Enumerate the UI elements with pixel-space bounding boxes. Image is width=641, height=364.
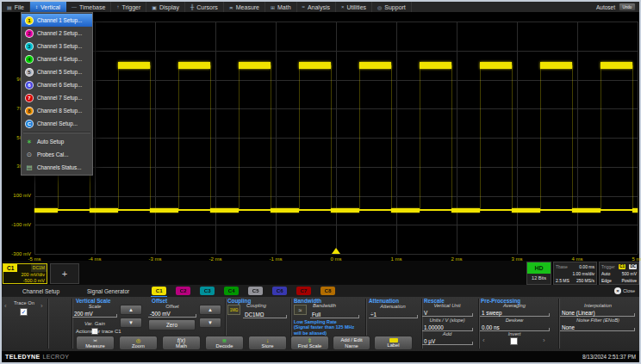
- channel-number-badge-icon: 4: [25, 55, 34, 64]
- scale-field[interactable]: 200 mV: [72, 310, 116, 318]
- undo-autoset-button[interactable]: Undo: [619, 3, 636, 11]
- averaging-field[interactable]: 1 sweep: [480, 309, 549, 317]
- menu-measure-label: Measure: [236, 4, 259, 10]
- menu-bar: ▤File ↕Vertical —Timebase ↑Trigger ▣Disp…: [2, 2, 639, 12]
- offset-increase-button[interactable]: ▲: [199, 305, 221, 315]
- channel-tab-chip[interactable]: C1: [152, 287, 166, 295]
- attenuation-field[interactable]: ÷1: [369, 311, 417, 318]
- menu-trigger-label: Trigger: [121, 4, 140, 10]
- menu-timebase[interactable]: —Timebase: [66, 2, 111, 12]
- timebase-title: Tbase: [556, 263, 568, 270]
- menu-vertical[interactable]: ↕Vertical: [30, 2, 66, 12]
- channel-setup-menu-item[interactable]: 2 Channel 2 Setup...: [22, 27, 92, 40]
- menu-analysis[interactable]: ≈Analysis: [297, 2, 336, 12]
- add-offset-field[interactable]: 0 µV: [422, 337, 472, 345]
- sample-rate: 250 MS/s: [576, 277, 594, 284]
- offset-decrease-button[interactable]: ▼: [199, 318, 221, 328]
- menu-file[interactable]: ▤File: [2, 2, 30, 12]
- channel-setup-menu-item[interactable]: 6 Channel 6 Setup...: [22, 78, 92, 91]
- channel-tab-chip[interactable]: C8: [320, 287, 335, 295]
- units-per-volt-field[interactable]: 1.00000: [422, 324, 472, 331]
- bandwidth-field[interactable]: Full: [310, 311, 358, 318]
- vertical-tool-menu-item[interactable]: ▤ Channels Status...: [22, 161, 92, 174]
- acquisition-mode-box[interactable]: HD 12 Bits: [526, 262, 551, 285]
- deskew-field[interactable]: 0.00 ns: [480, 324, 549, 331]
- scale-decrease-button[interactable]: ▼: [120, 318, 142, 328]
- menu-math[interactable]: ⊞Math: [265, 2, 297, 12]
- decode-action-button[interactable]: ≣Decode: [205, 336, 244, 350]
- find-scale-action-button[interactable]: ⇕Find Scale: [290, 336, 329, 350]
- waveform-grid-area: [2, 12, 639, 262]
- menu-item-label: Channel 5 Setup...: [37, 69, 82, 75]
- attenuation-header: Attenuation: [369, 298, 399, 304]
- menu-file-label: File: [15, 4, 24, 10]
- timebase-summary-box[interactable]: Tbase0.00 ms 1.00 ms/div 2.5 MS250 MS/s: [553, 262, 597, 285]
- sample-count: 2.5 MS: [556, 277, 569, 284]
- menu-measure[interactable]: ≍Measure: [224, 2, 265, 12]
- noise-filter-field[interactable]: None: [560, 324, 634, 331]
- interpolation-field[interactable]: None (Linear): [560, 309, 634, 317]
- channel-tab-chip[interactable]: C2: [176, 287, 190, 295]
- channel-setup-menu-item[interactable]: 1 Channel 1 Setup...: [22, 14, 92, 27]
- vertical-unit-field[interactable]: V: [422, 309, 472, 317]
- zoom-action-button[interactable]: ◎Zoom: [119, 336, 158, 350]
- offset-field[interactable]: -500 mV: [148, 310, 196, 318]
- coupling-impedance-icon: 1MΩ: [227, 305, 240, 315]
- measure-action-button[interactable]: ≍Measure: [76, 336, 115, 350]
- channel-setup-menu-item[interactable]: 8 Channel 8 Setup...: [22, 104, 92, 117]
- channel-tab-chip[interactable]: C5: [248, 287, 263, 295]
- tab-signal-generator[interactable]: Signal Generator: [84, 288, 133, 294]
- deskew-label: Deskew: [480, 318, 549, 323]
- coupling-field[interactable]: DC1MΩ: [243, 311, 286, 318]
- add-edit-name-button[interactable]: Add / EditName: [333, 336, 370, 350]
- find-scale-button-label: Find Scale: [298, 343, 321, 349]
- brand-lecroy: LECROY: [43, 354, 70, 360]
- zero-offset-button[interactable]: Zero: [148, 319, 196, 330]
- invert-checkbox[interactable]: [510, 337, 518, 345]
- preprocessing-next-arrow[interactable]: ›: [543, 337, 545, 344]
- add-edit-name-line2: Name: [345, 343, 358, 349]
- scale-increase-button[interactable]: ▲: [120, 305, 142, 315]
- add-offset-label: Add: [422, 331, 472, 336]
- vertical-tool-menu-item[interactable]: ∗ Auto Setup: [22, 135, 92, 148]
- math-action-button[interactable]: f(x)Math: [162, 336, 201, 350]
- brand-teledyne: TELEDYNE: [5, 354, 40, 360]
- channel-setup-menu-item[interactable]: 5 Channel 5 Setup...: [22, 65, 92, 78]
- add-trace-button[interactable]: +: [50, 263, 79, 284]
- offset-label: Offset: [148, 304, 196, 309]
- datetime-display: 8/13/2024 2:51:37 PM: [582, 354, 636, 360]
- trace-on-checkbox[interactable]: ✓: [20, 308, 28, 316]
- trace-descriptor-c1[interactable]: C1 DC1M 200 mV/div -500.0 mV: [3, 263, 47, 284]
- preprocessing-prev-arrow[interactable]: ‹: [482, 337, 485, 344]
- menu-utilities[interactable]: ×Utilities: [336, 2, 372, 12]
- invert-label: Invert: [480, 331, 549, 336]
- zoom-button-label: Zoom: [132, 343, 145, 349]
- timebase-scale: 1.00 ms/div: [572, 270, 594, 277]
- menu-cursors[interactable]: ╫Cursors: [185, 2, 224, 12]
- menu-vertical-label: Vertical: [40, 4, 60, 10]
- channel-tab-chip[interactable]: C6: [272, 287, 287, 295]
- actions-for-trace-label: Actions for trace C1: [76, 329, 121, 334]
- autoset-label[interactable]: Autoset: [596, 4, 615, 10]
- channel-setup-menu-item[interactable]: 3 Channel 3 Setup...: [22, 40, 92, 52]
- menu-trigger[interactable]: ↑Trigger: [111, 2, 146, 12]
- trigger-slope: Positive: [621, 277, 637, 284]
- math-button-label: Math: [176, 343, 187, 349]
- menu-display[interactable]: ▣Display: [146, 2, 185, 12]
- offset-header: Offset: [152, 298, 167, 304]
- channel-tab-chip[interactable]: C4: [224, 287, 239, 295]
- vertical-tool-menu-item[interactable]: ⊙ Probes Cal...: [22, 148, 92, 161]
- channel-tab-chip[interactable]: C7: [296, 287, 311, 295]
- vertical-unit-label: Vertical Unit: [422, 303, 472, 308]
- trigger-summary-box[interactable]: TriggerC1DC Auto500 mV EdgePositive: [599, 262, 639, 285]
- label-action-button[interactable]: Label: [374, 336, 413, 350]
- store-action-button[interactable]: ↓Store: [248, 336, 287, 350]
- channel-setup-menu-item[interactable]: 4 Channel 4 Setup...: [22, 52, 92, 65]
- channel-setup-menu-item[interactable]: C Channel Setup...: [22, 117, 92, 130]
- trace-on-label: Trace On: [5, 300, 43, 305]
- menu-support[interactable]: ◎Support: [372, 2, 412, 12]
- close-dialog-button[interactable]: × Close: [614, 287, 639, 294]
- channel-setup-menu-item[interactable]: 7 Channel 7 Setup...: [22, 91, 92, 104]
- channel-tab-chip[interactable]: C3: [200, 287, 215, 295]
- tab-channel-setup[interactable]: Channel Setup: [19, 288, 63, 294]
